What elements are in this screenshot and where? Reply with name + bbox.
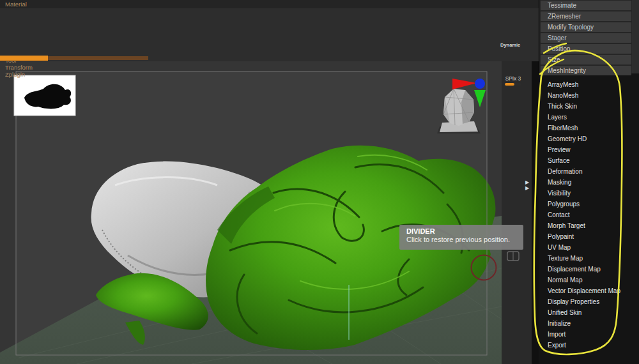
subpalette-item[interactable]: Initialize (539, 318, 639, 329)
menu-bar: ColorDocumentDrawDynamicsEditFileLayerLi… (0, 0, 539, 8)
subpalette-item[interactable]: Morph Target (539, 220, 639, 231)
subpalette-item[interactable]: Polygroups (539, 199, 639, 209)
subpalette-item[interactable]: Visibility (539, 188, 639, 199)
subpalette-item[interactable]: Layers (539, 112, 639, 123)
subpalette-item[interactable]: Geometry HD (539, 133, 639, 144)
axis-z-ball (475, 79, 485, 89)
dynamic-label[interactable]: Dynamic (500, 42, 520, 48)
subpalette-item[interactable]: ArrayMesh (539, 79, 639, 90)
tooltip-title: DIVIDER (406, 227, 523, 235)
tool-menu-popup: TessimateZRemesherModify TopologyStagerP… (539, 0, 632, 73)
tool-menu-item[interactable]: Position (541, 44, 631, 54)
viewport-canvas[interactable] (0, 61, 502, 364)
subpalette-item[interactable]: Unified Skin (539, 307, 639, 318)
subpalette-item[interactable]: Import (539, 329, 639, 340)
tool-menu-item[interactable]: Size (541, 55, 631, 64)
tool-subpalette-list: ArrayMeshNanoMeshThick SkinLayersFiberMe… (539, 73, 639, 364)
subpalette-item[interactable]: Polypaint (539, 231, 639, 242)
subpalette-item[interactable]: Displacement Map (539, 264, 639, 275)
scene (0, 61, 502, 364)
lsym-button[interactable] (505, 248, 521, 264)
divider-arrow-icon: ▶ (523, 185, 531, 191)
tool-menu-item[interactable]: Modify Topology (541, 22, 631, 32)
tool-menu-item[interactable]: MeshIntegrity (541, 66, 631, 75)
right-shelf (502, 61, 532, 364)
document-scrollbar-fill[interactable] (0, 56, 48, 61)
subpalette-item[interactable]: Surface (539, 155, 639, 166)
subpalette-item[interactable]: NanoMesh (539, 90, 639, 101)
lsym-icon (505, 248, 521, 264)
subpalette-item[interactable]: Thick Skin (539, 101, 639, 112)
subpalette-item[interactable]: Deformation (539, 166, 639, 177)
subpalette-item[interactable]: Normal Map (539, 275, 639, 285)
spix-handle[interactable] (505, 83, 514, 86)
tooltip: DIVIDER Click to restore previous positi… (399, 225, 523, 250)
subpalette-item[interactable]: FiberMesh (539, 123, 639, 133)
subpalette-item[interactable]: Display Properties (539, 296, 639, 307)
subpalette-item[interactable]: Texture Map (539, 253, 639, 264)
tray-divider-handle[interactable]: ▶ ▶ (523, 179, 531, 191)
document-scrollbar-track[interactable] (48, 56, 148, 60)
subpalette-item[interactable]: UV Map (539, 242, 639, 253)
zbrush-window: ColorDocumentDrawDynamicsEditFileLayerLi… (0, 0, 639, 364)
tool-menu-item[interactable]: Stager (541, 33, 631, 43)
divider-arrow-icon: ▶ (523, 179, 531, 185)
spix-slider[interactable]: SPix 3 (502, 75, 525, 86)
menu-item[interactable]: Transform (5, 64, 38, 71)
alpha-thumbnail[interactable] (14, 75, 75, 116)
spix-value: 3 (518, 75, 521, 82)
subpalette-item[interactable]: Export (539, 340, 639, 351)
tool-menu-item[interactable]: Tessimate (541, 1, 631, 10)
menu-item[interactable]: Material (5, 1, 38, 8)
subpalette-item[interactable]: Preview (539, 144, 639, 155)
menu-item[interactable]: Zplugin (5, 71, 38, 78)
subpalette-item[interactable]: Vector Displacement Map (539, 285, 639, 296)
subpalette-item[interactable]: Masking (539, 177, 639, 188)
subpalette-item[interactable]: Contact (539, 209, 639, 220)
top-shelf (0, 8, 539, 61)
tool-menu-item[interactable]: ZRemesher (541, 11, 631, 21)
tooltip-text: Click to restore previous position. (406, 236, 523, 243)
